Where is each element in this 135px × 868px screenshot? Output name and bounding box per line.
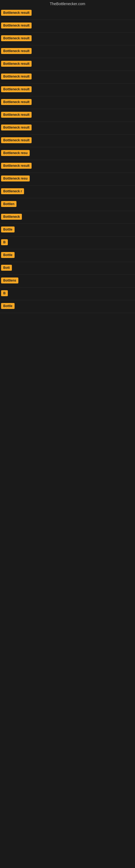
bottleneck-badge-6[interactable]: Bottleneck result	[1, 73, 32, 80]
bottleneck-badge-8[interactable]: Bottleneck result	[1, 99, 32, 105]
result-row-20: Bottle	[0, 249, 135, 262]
bottleneck-badge-19[interactable]: B	[1, 239, 8, 245]
result-row-4: Bottleneck result	[0, 45, 135, 58]
bottleneck-badge-17[interactable]: Bottleneck	[1, 214, 22, 220]
result-row-8: Bottleneck result	[0, 96, 135, 109]
result-row-14: Bottleneck resu	[0, 173, 135, 186]
result-row-11: Bottleneck result	[0, 134, 135, 147]
result-row-16: Bottlen	[0, 198, 135, 211]
result-row-22: Bottlens	[0, 275, 135, 287]
result-row-9: Bottleneck result	[0, 109, 135, 122]
bottleneck-badge-9[interactable]: Bottleneck result	[1, 112, 32, 118]
result-row-18: Bottle	[0, 224, 135, 237]
result-row-19: B	[0, 237, 135, 249]
bottleneck-badge-21[interactable]: Bott	[1, 265, 12, 271]
result-row-12: Bottleneck resu	[0, 147, 135, 160]
bottleneck-badge-4[interactable]: Bottleneck result	[1, 48, 32, 54]
result-row-23: B	[0, 287, 135, 300]
bottleneck-badge-13[interactable]: Bottleneck result	[1, 163, 32, 169]
bottleneck-badge-24[interactable]: Bottle	[1, 303, 14, 309]
result-row-6: Bottleneck result	[0, 71, 135, 84]
site-title: TheBottlenecker.com	[0, 0, 135, 7]
bottleneck-badge-3[interactable]: Bottleneck result	[1, 35, 32, 41]
bottleneck-badge-23[interactable]: B	[1, 290, 8, 296]
bottleneck-badge-11[interactable]: Bottleneck result	[1, 137, 32, 143]
bottleneck-badge-22[interactable]: Bottlens	[1, 278, 18, 283]
result-row-10: Bottleneck result	[0, 122, 135, 134]
bottleneck-badge-15[interactable]: Bottleneck r	[1, 188, 24, 194]
result-row-21: Bott	[0, 262, 135, 275]
result-row-24: Bottle	[0, 300, 135, 313]
result-row-5: Bottleneck result	[0, 58, 135, 71]
results-list: Bottleneck resultBottleneck resultBottle…	[0, 7, 135, 313]
bottleneck-badge-18[interactable]: Bottle	[1, 226, 14, 232]
bottleneck-badge-2[interactable]: Bottleneck result	[1, 23, 32, 29]
result-row-17: Bottleneck	[0, 211, 135, 224]
bottleneck-badge-1[interactable]: Bottleneck result	[1, 10, 32, 16]
result-row-7: Bottleneck result	[0, 84, 135, 96]
site-header: TheBottlenecker.com	[0, 0, 135, 7]
bottleneck-badge-14[interactable]: Bottleneck resu	[1, 176, 30, 182]
bottleneck-badge-20[interactable]: Bottle	[1, 252, 14, 258]
bottleneck-badge-10[interactable]: Bottleneck result	[1, 124, 32, 130]
bottleneck-badge-16[interactable]: Bottlen	[1, 201, 16, 207]
result-row-13: Bottleneck result	[0, 160, 135, 173]
bottleneck-badge-7[interactable]: Bottleneck result	[1, 86, 32, 92]
bottleneck-badge-5[interactable]: Bottleneck result	[1, 61, 32, 67]
result-row-1: Bottleneck result	[0, 7, 135, 20]
result-row-15: Bottleneck r	[0, 186, 135, 198]
bottleneck-badge-12[interactable]: Bottleneck resu	[1, 150, 30, 156]
result-row-2: Bottleneck result	[0, 20, 135, 33]
result-row-3: Bottleneck result	[0, 33, 135, 45]
